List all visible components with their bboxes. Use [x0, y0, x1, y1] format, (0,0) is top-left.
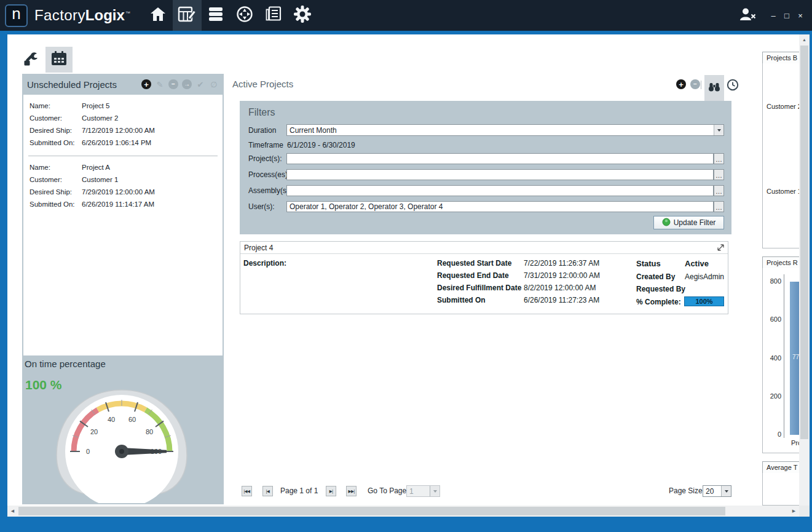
close-button[interactable]: ×: [794, 7, 807, 23]
logout-user-button[interactable]: [738, 7, 757, 24]
desired-fulfillment-label: Desired Fulfillment Date: [437, 284, 521, 292]
scrollbar-corner: [799, 506, 810, 517]
project-card[interactable]: Project 4 Description: Requested Start D…: [240, 241, 728, 314]
history-clock-button[interactable]: [727, 79, 739, 93]
project-card-title: Project 4: [244, 244, 717, 252]
scroll-up-arrow[interactable]: ▲: [799, 34, 810, 45]
app-name-logix: Logix: [85, 7, 125, 23]
gauge-tick-80: 80: [146, 428, 153, 435]
calendar-icon: [50, 50, 68, 69]
last-page-button[interactable]: ▶▶|: [346, 486, 357, 496]
expand-card-button[interactable]: [717, 244, 724, 251]
projects-browse-button[interactable]: …: [714, 153, 724, 164]
edit-project-button[interactable]: ✎: [155, 79, 165, 89]
assemblies-browse-button[interactable]: …: [714, 185, 724, 196]
nav-scheduling-button[interactable]: [173, 0, 202, 31]
page-size-select[interactable]: 20: [703, 485, 731, 497]
go-to-page-input[interactable]: [407, 486, 430, 496]
filters-title: Filters: [248, 107, 275, 118]
add-active-project-button[interactable]: +: [676, 79, 686, 89]
tab-scheduling-calendar[interactable]: [45, 47, 73, 73]
scheduling-board-icon: [178, 5, 196, 26]
timeframe-value: 6/1/2019 - 6/30/2019: [287, 141, 355, 149]
horizontal-scrollbar[interactable]: ◀ ▶: [7, 506, 799, 517]
go-to-page-label: Go To Page: [368, 486, 406, 495]
gauge-tick-20: 20: [90, 428, 98, 435]
users-filter-input[interactable]: [286, 201, 714, 212]
list-item[interactable]: Name:Project 5 Customer:Customer 2 Desir…: [23, 95, 223, 154]
requested-start-value: 7/22/2019 11:26:37 AM: [524, 259, 599, 268]
project-desired-ship: 7/29/2019 12:00:00 AM: [82, 188, 155, 196]
compass-circle-icon: [236, 6, 253, 25]
customer-label: Customer:: [30, 112, 82, 124]
y-axis-tick: 0: [765, 431, 781, 438]
duration-select[interactable]: Current Month: [286, 124, 724, 136]
project-customer: Customer 1: [82, 176, 118, 183]
scroll-right-arrow[interactable]: ▶: [789, 506, 799, 516]
unscheduled-projects-list[interactable]: Name:Project 5 Customer:Customer 2 Desir…: [23, 95, 223, 355]
submitted-on-value: 6/26/2019 11:27:23 AM: [524, 296, 599, 304]
gauge-tick-40: 40: [108, 416, 115, 423]
processes-filter-input[interactable]: [286, 169, 714, 180]
assemblies-filter-input[interactable]: [286, 185, 714, 196]
app-name-factory: Factory: [34, 7, 85, 23]
update-filter-button[interactable]: Update Filter: [653, 216, 724, 229]
user-logout-icon: [738, 13, 757, 23]
percent-complete-bar: 100%: [684, 296, 724, 306]
vertical-scrollbar-thumb[interactable]: [800, 46, 808, 439]
chevron-down-icon[interactable]: [714, 125, 723, 135]
processes-browse-button[interactable]: …: [714, 169, 724, 180]
nav-dispatch-button[interactable]: [231, 0, 259, 31]
minimize-button[interactable]: –: [767, 7, 780, 23]
first-page-button[interactable]: |◀◀: [242, 486, 252, 496]
nav-reports-button[interactable]: [259, 0, 288, 31]
titlebar: n FactoryLogix™ – □ ×: [0, 0, 812, 31]
previous-page-button[interactable]: |◀: [262, 486, 273, 496]
y-axis-tick: 600: [765, 316, 781, 323]
description-label: Description:: [243, 259, 286, 268]
binoculars-icon: [708, 82, 720, 94]
legend-item: Customer 2: [767, 103, 802, 110]
timeframe-label: Timeframe: [248, 141, 283, 149]
add-project-button[interactable]: +: [141, 79, 151, 89]
nav-materials-button[interactable]: [202, 0, 231, 31]
green-orb-icon: [662, 218, 671, 228]
divider: [701, 81, 701, 89]
scroll-left-arrow[interactable]: ◀: [7, 506, 18, 516]
users-browse-button[interactable]: …: [714, 201, 724, 212]
remove-project-button[interactable]: −: [168, 79, 178, 89]
move-project-button[interactable]: →: [182, 79, 192, 89]
chevron-down-icon[interactable]: [721, 486, 731, 496]
app-logo: n: [5, 4, 28, 27]
remove-active-project-button[interactable]: −: [690, 79, 700, 89]
cancel-project-button[interactable]: ∅: [209, 79, 219, 89]
app-title: FactoryLogix™: [34, 7, 130, 24]
submitted-on-label: Submitted On:: [30, 137, 82, 149]
created-by-value: AegisAdmin: [685, 272, 724, 281]
unscheduled-projects-panel: Unscheduled Projects + ✎ − → ✔ ∅ Name:Pr…: [22, 74, 224, 504]
project-customer: Customer 2: [82, 114, 118, 122]
home-icon: [149, 6, 167, 25]
projects-filter-input[interactable]: [286, 153, 714, 164]
list-item[interactable]: Name:Project A Customer:Customer 1 Desir…: [23, 156, 223, 215]
y-axis-tick: 200: [765, 392, 781, 400]
chevron-down-icon[interactable]: [430, 486, 440, 496]
next-page-button[interactable]: ▶|: [326, 486, 336, 496]
unscheduled-projects-header: Unscheduled Projects + ✎ − → ✔ ∅: [22, 74, 224, 95]
main-nav: [144, 0, 317, 31]
trademark: ™: [125, 10, 130, 16]
documents-icon: [265, 6, 282, 25]
maximize-button[interactable]: □: [780, 7, 794, 23]
requested-end-value: 7/31/2019 12:00:00 AM: [524, 271, 600, 280]
nav-home-button[interactable]: [144, 0, 173, 31]
horizontal-scrollbar-thumb[interactable]: [18, 507, 725, 515]
assemblies-filter-label: Assembly(s):: [248, 186, 291, 195]
vertical-scrollbar[interactable]: ▲ ▼: [799, 34, 810, 517]
duration-selected-value: Current Month: [290, 126, 337, 135]
nav-settings-button[interactable]: [288, 0, 317, 31]
accept-project-button[interactable]: ✔: [195, 79, 205, 89]
tab-tools[interactable]: [18, 47, 43, 73]
y-axis-line: [784, 274, 784, 438]
page-size-value: 20: [706, 487, 714, 496]
find-filter-tab[interactable]: [704, 75, 724, 101]
